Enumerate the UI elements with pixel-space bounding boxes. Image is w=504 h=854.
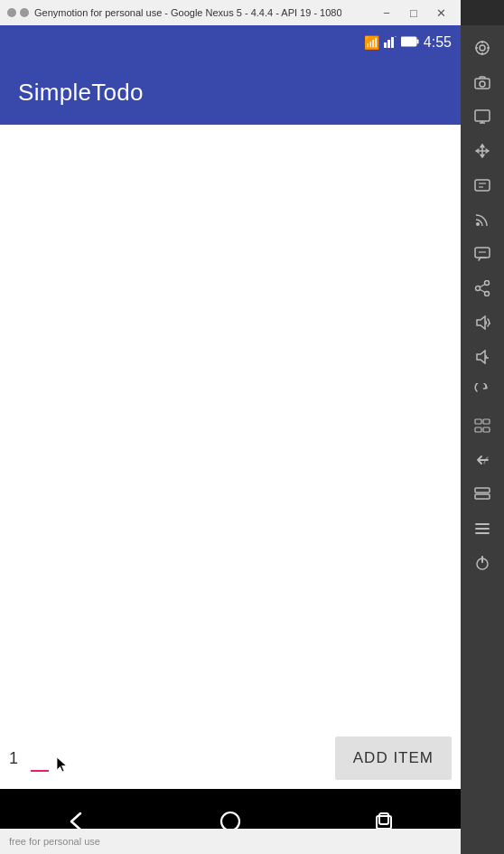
status-time: 4:55 [424, 34, 452, 51]
genymotion-sidebar [461, 25, 504, 854]
wifi-icon: 📶 [364, 35, 379, 50]
svg-rect-8 [379, 813, 388, 824]
svg-rect-17 [475, 110, 490, 121]
svg-rect-38 [475, 494, 490, 499]
id-icon[interactable] [465, 170, 499, 201]
volume-up-icon[interactable] [465, 307, 499, 338]
svg-rect-37 [475, 488, 490, 493]
item-input-area: 1 [9, 749, 27, 768]
volume-down-icon[interactable] [465, 342, 499, 372]
titlebar-controls: − □ ✕ [374, 3, 453, 23]
window-title: Genymotion for personal use - Google Nex… [34, 7, 341, 18]
svg-point-6 [221, 812, 239, 831]
svg-rect-0 [384, 42, 387, 48]
maximize-button[interactable]: □ [401, 3, 426, 23]
hamburger-icon[interactable] [465, 513, 499, 544]
share-icon[interactable] [465, 273, 499, 304]
status-icons: 📶 4:55 [364, 34, 452, 51]
content-area: 1 ADD ITEM [0, 125, 461, 789]
svg-point-26 [485, 281, 490, 286]
titlebar-dot-1 [7, 8, 16, 17]
add-item-button[interactable]: ADD ITEM [335, 737, 452, 780]
svg-point-27 [485, 292, 490, 296]
item-count: 1 [9, 749, 27, 768]
svg-point-9 [476, 42, 489, 54]
svg-rect-4 [401, 37, 416, 46]
power-icon[interactable] [465, 548, 499, 578]
window-titlebar: Genymotion for personal use - Google Nex… [0, 0, 461, 25]
svg-rect-20 [475, 180, 490, 191]
svg-point-10 [480, 45, 485, 51]
svg-rect-33 [475, 419, 481, 424]
svg-rect-36 [483, 427, 490, 432]
status-bar: 📶 4:55 [0, 25, 461, 60]
signal-icon [384, 35, 397, 51]
gps-icon[interactable] [465, 33, 499, 63]
rotate-icon[interactable] [465, 376, 499, 407]
rss-icon[interactable] [465, 204, 499, 235]
close-button[interactable]: ✕ [428, 3, 453, 23]
move-icon[interactable] [465, 136, 499, 166]
item-input-underline [31, 770, 49, 772]
svg-line-30 [480, 289, 485, 292]
svg-point-23 [476, 222, 480, 226]
watermark-text: free for personal use [9, 836, 100, 847]
back-arrow-icon[interactable] [465, 445, 499, 475]
svg-rect-3 [395, 36, 397, 37]
resize-icon[interactable] [465, 410, 499, 441]
screen-capture-icon[interactable] [465, 101, 499, 132]
svg-rect-1 [387, 40, 390, 48]
titlebar-dot-2 [20, 8, 29, 17]
sms-icon[interactable] [465, 239, 499, 269]
svg-point-28 [476, 286, 481, 291]
camera-icon[interactable] [465, 67, 499, 98]
android-screen: 📶 4:55 SimpleTodo [0, 25, 461, 854]
app-title: SimpleTodo [18, 79, 144, 107]
svg-line-29 [480, 285, 485, 287]
minimize-button[interactable]: − [374, 3, 399, 23]
svg-rect-2 [391, 37, 394, 48]
svg-point-16 [480, 81, 485, 87]
app-bar: SimpleTodo [0, 60, 461, 125]
svg-rect-34 [483, 419, 490, 424]
input-row: 1 ADD ITEM [9, 737, 452, 780]
battery-icon [401, 35, 419, 50]
watermark-bar: free for personal use [0, 829, 461, 854]
titlebar-left: Genymotion for personal use - Google Nex… [7, 7, 341, 18]
layers-icon[interactable] [465, 479, 499, 510]
svg-rect-35 [475, 427, 481, 432]
titlebar-dots [7, 8, 29, 17]
svg-rect-5 [416, 40, 418, 44]
